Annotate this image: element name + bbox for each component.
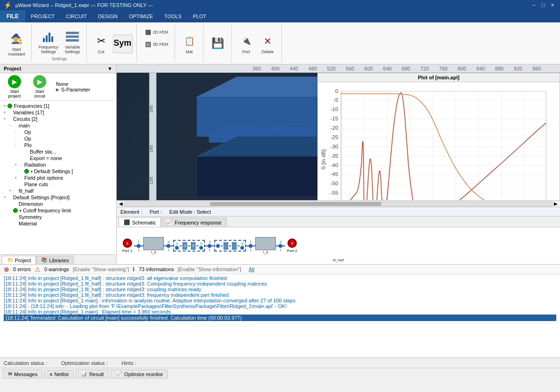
tree-op2[interactable]: - Op [0, 135, 116, 142]
port-label: Port : [149, 209, 161, 215]
libraries-tab[interactable]: 📚 Libraries [36, 256, 74, 264]
sg-small1 [224, 242, 228, 250]
menu-project[interactable]: PROJECT [25, 10, 60, 22]
ruler-mark-4: 520 [322, 66, 341, 71]
sg-conn2 [229, 245, 231, 246]
tree-op1[interactable]: - Op [0, 129, 116, 135]
s-parameter-item[interactable]: ▶ S-Parameter [56, 87, 90, 92]
ruler-mark-1: 400 [266, 66, 285, 71]
mat-button[interactable]: 📋 Mat [180, 32, 199, 56]
all-label[interactable]: All [249, 266, 254, 272]
menu-optimize[interactable]: OPTIMIZE [123, 10, 159, 22]
port-button[interactable]: 🔌 Port [237, 32, 256, 56]
none-item[interactable]: None [56, 81, 90, 87]
freq-response-tab[interactable]: 📈 Frequency response [161, 217, 226, 227]
project-collapse[interactable]: ▼ [107, 66, 112, 71]
scroll-left-button[interactable]: ◀ [118, 201, 124, 206]
cut-button[interactable]: ✂ Cut [91, 32, 111, 56]
variable-settings-icon [65, 29, 80, 44]
main-content: Project ▼ ▶ Startproject ▶ Startcircuit … [0, 64, 560, 264]
material-label: Material [19, 221, 37, 226]
variable-settings-button[interactable]: VariableSettings [63, 28, 83, 56]
save-button[interactable]: 💾 [208, 35, 228, 53]
circuits-expand: + [2, 117, 7, 121]
maximize-button[interactable]: □ [539, 1, 547, 9]
variable-settings-label: VariableSettings [65, 45, 80, 54]
2dfem-button[interactable]: ▦ 2D FEM [141, 26, 171, 37]
edit-mode-label: Edit Mode : Select [169, 209, 211, 215]
tree-plo[interactable]: - Plo [0, 142, 116, 148]
enable-warnings[interactable]: [Enable "Show warning"] [73, 266, 129, 272]
start-assistant-button[interactable]: 🧙 StartAssistant [6, 30, 28, 58]
l2b-label: l_2 [263, 250, 268, 254]
hints-label: Hints : [122, 360, 136, 366]
dimension-label: Dimension [19, 201, 43, 207]
svg-rect-0 [43, 38, 45, 42]
result-tab[interactable]: 📊 Result [76, 370, 109, 378]
ribbon: 🧙 StartAssistant FrequencySettings [0, 22, 560, 64]
main-expand: - [7, 123, 13, 128]
tree-dimension[interactable]: Dimension [0, 201, 116, 207]
tree-export[interactable]: Export = none [0, 155, 116, 161]
tree-circuits[interactable]: + Circuits [2] [0, 116, 116, 122]
3dfem-button[interactable]: ▧ 3D FEM [141, 38, 171, 49]
3d-view[interactable]: 200 160 120 Plot of [main.apl] [117, 73, 560, 200]
sg-conn3 [238, 245, 239, 246]
port2-component: 2 Port 2 [287, 238, 297, 253]
menu-tools[interactable]: TOOLS [159, 10, 187, 22]
tree-buffer[interactable]: Buffer sta... [0, 148, 116, 155]
tree-cutoff[interactable]: • Cutoff frequency limit [0, 207, 116, 214]
tree-field-plot[interactable]: + Field plot options [0, 175, 116, 181]
tree-frequencies[interactable]: + Frequencies [1] [0, 103, 116, 109]
variables-expand: + [2, 110, 7, 115]
tree-plane-cuts[interactable]: Plane cuts [0, 181, 116, 188]
log-entry-2: [18:11:24] Info in project [Ridged_1.fil… [4, 287, 556, 292]
tree-main[interactable]: - main [0, 122, 116, 129]
optimize-monitor-tab[interactable]: 📈 Optimize monitor [111, 370, 168, 378]
tree-symmetry[interactable]: Symmetry [0, 214, 116, 220]
scroll-thumb[interactable] [210, 202, 381, 206]
svg-text:120: 120 [149, 177, 154, 184]
ribbon-fem-section: ▦ 2D FEM ▧ 3D FEM [138, 24, 175, 62]
node5-dot [208, 244, 211, 248]
frequency-settings-button[interactable]: FrequencySettings [36, 28, 61, 56]
scroll-track[interactable] [124, 202, 553, 206]
svg-text:-45: -45 [330, 171, 338, 177]
log-header: ⊗ 0 errors ⚠ 0 warnings [Enable "Show wa… [0, 265, 560, 274]
enable-info[interactable]: [Enable "Show information"] [178, 266, 241, 272]
tree-variables[interactable]: + Variables [17] [0, 109, 116, 116]
menu-design[interactable]: DESIGN [92, 10, 123, 22]
netlist-tab[interactable]: ≡ Netlist [44, 370, 74, 378]
cut-icon: ✂ [94, 34, 109, 49]
tree-fil-half[interactable]: + fil_half [0, 188, 116, 194]
node1-bot: 1 [138, 248, 140, 252]
symmetry-label: Symmetry [19, 214, 42, 220]
port1-label: Port 1 [122, 249, 132, 253]
menu-circuit[interactable]: CIRCUIT [60, 10, 92, 22]
status-bar: Calculation status : Optimization status… [0, 357, 560, 368]
menu-file[interactable]: FILE [0, 10, 25, 22]
close-button[interactable]: × [549, 1, 556, 9]
start-assistant-icon: 🧙 [9, 31, 24, 46]
schematic-tab[interactable]: ⬛ Schematic [119, 217, 161, 227]
tree-material[interactable]: Material [0, 220, 116, 227]
menu-plot[interactable]: PLOT [187, 10, 212, 22]
start-circuit-button[interactable]: ▶ Startcircuit [28, 75, 51, 98]
tree-radiation[interactable]: + Radiation [0, 161, 116, 168]
messages-tab[interactable]: ✉ Messages [3, 370, 42, 378]
horizontal-scrollbar[interactable]: ◀ ▶ [117, 200, 560, 207]
svg-text:-25: -25 [330, 134, 338, 140]
tree-default-proj[interactable]: + Default Settings [Project] [0, 194, 116, 201]
ribbon-settings-section: FrequencySettings VariableSettings Setti… [33, 24, 87, 62]
project-tab[interactable]: 📁 Project [2, 256, 36, 264]
fh-small1: h [182, 242, 187, 250]
scroll-right-button[interactable]: ▶ [553, 201, 559, 206]
tree-default-settings[interactable]: • Default Settings [ [0, 168, 116, 175]
sg-small2 [232, 242, 237, 250]
minimize-button[interactable]: − [530, 1, 538, 9]
start-project-button[interactable]: ▶ Startproject [3, 75, 26, 98]
sym-button[interactable]: Sym [113, 35, 133, 53]
delete-button[interactable]: ✕ Delete [258, 32, 278, 56]
ruler-mark-7: 640 [378, 66, 397, 71]
delete-icon: ✕ [260, 34, 275, 49]
